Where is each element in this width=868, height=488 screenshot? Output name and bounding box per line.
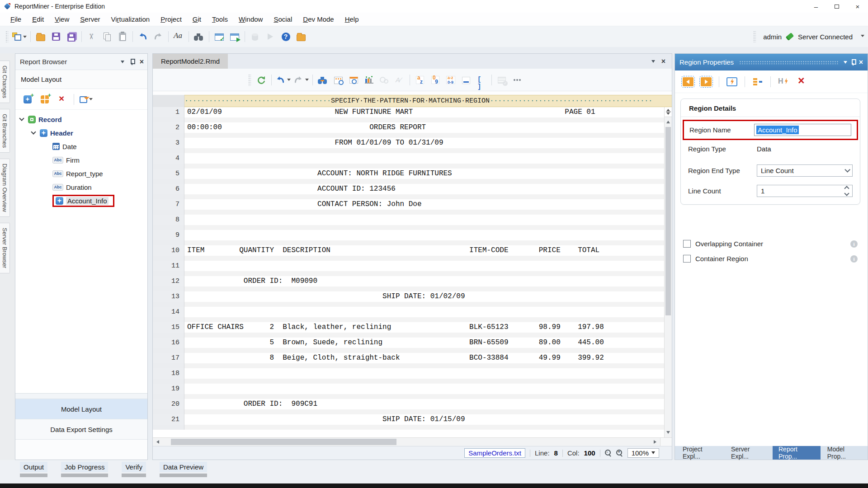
report-line-row[interactable]: 21 SHIP DATE: 01/15/09 [153,414,672,430]
scroll-up-button[interactable] [665,117,672,125]
toolbar-drag-handle[interactable] [5,31,8,42]
refresh-button[interactable] [254,72,269,88]
menu-social[interactable]: Social [269,14,297,25]
dropdown-caret-icon[interactable] [305,79,309,83]
tree-item-account_info[interactable]: Account_Info [15,194,147,207]
prev-region-button[interactable] [680,74,696,89]
tree-item-date[interactable]: Date [15,140,147,153]
redo-button[interactable] [151,29,166,44]
expand-chevron-icon[interactable] [19,116,24,121]
maximize-button[interactable] [826,0,847,13]
del-region-button[interactable] [794,74,809,89]
menu-tools[interactable]: Tools [207,14,233,25]
report-line-row[interactable]: 102/01/09 NEW FURTINURE MART PAGE 01 [153,107,672,122]
vertical-scroll-track[interactable] [665,125,672,429]
panel-menu-icon[interactable] [121,61,124,65]
report-line-row[interactable]: 7 CONTACT PERSON: John Doe [153,199,672,215]
gear-doc-button[interactable] [330,72,346,88]
menu-git[interactable]: Git [188,14,206,25]
horizontal-scroll-thumb[interactable] [171,439,397,445]
h-lightning-button[interactable] [776,74,791,89]
add-region-button[interactable] [20,92,35,107]
report-line-row[interactable]: 16 5 Brown, Suede, reclining BRN-65509 8… [153,338,672,353]
redo-button[interactable] [292,72,310,88]
scroll-down-button[interactable] [665,429,672,437]
export-button[interactable] [78,92,94,107]
zoom-level-select[interactable]: 100% [627,448,659,458]
dock-tab-project-expl-[interactable]: Project Expl... [677,446,724,460]
dropdown-caret-icon[interactable] [89,98,93,102]
report-line-row[interactable]: 9 [153,230,672,245]
tree-item-record[interactable]: Record [15,113,147,126]
side-tab-diagram-overview[interactable]: Diagram Overview [0,159,10,217]
dock-tab-model-prop-[interactable]: Model Prop... [821,446,868,460]
tree-item-duration[interactable]: Duration [15,180,147,194]
menu-file[interactable]: File [5,14,26,25]
menu-edit[interactable]: Edit [27,14,49,25]
bottom-tab-output[interactable]: Output [20,462,47,477]
line-count-input[interactable]: 1 [757,185,853,197]
win-run-button[interactable] [227,29,242,44]
checkbox-unchecked[interactable] [683,255,691,263]
source-file-badge[interactable]: SampleOrders.txt [464,448,525,458]
split-view-handle[interactable] [665,107,672,117]
report-line-row[interactable]: 14 [153,307,672,322]
report-line-row[interactable]: 17 8 Beige, Cloth, straight-back BCO-338… [153,353,672,368]
find-blue-button[interactable] [315,72,330,88]
undo-button[interactable] [135,29,151,44]
editor-toolbar-handle[interactable] [248,74,251,86]
report-text-view[interactable]: 102/01/09 NEW FURTINURE MART PAGE 01200:… [153,107,672,437]
menu-view[interactable]: View [50,14,74,25]
win-check-button[interactable] [212,29,227,44]
bottom-tab-verify[interactable]: Verify [122,462,146,477]
scroll-right-button[interactable] [652,438,660,446]
pattern-ruler[interactable]: ····································SPEC… [184,95,672,107]
brackets-button[interactable] [474,72,489,88]
report-line-row[interactable]: 20 ORDER ID: 909C91 [153,399,672,414]
az-button[interactable] [412,72,428,88]
spin-down-icon[interactable] [844,191,849,196]
report-line-row[interactable]: 4 [153,153,672,169]
horizontal-scroll-track[interactable] [161,438,652,446]
expand-chevron-icon[interactable] [31,129,36,134]
report-line-row[interactable]: 8 [153,215,672,230]
info-icon[interactable] [850,255,858,263]
info-icon[interactable] [850,240,858,248]
dropdown-caret-icon[interactable] [23,36,27,40]
save-button[interactable] [48,29,64,44]
tree-item-firm[interactable]: Firm [15,153,147,167]
document-close-icon[interactable]: × [661,59,665,64]
o9-button[interactable] [428,72,443,88]
bottom-tab-data-preview[interactable]: Data Preview [160,462,207,477]
report-line-row[interactable]: 13 SHIP DATE: 01/02/09 [153,291,672,307]
report-line-row[interactable]: 18 [153,368,672,384]
checkbox-unchecked[interactable] [683,240,691,248]
report-line-row[interactable]: 10ITEM QUANTITY DESCRIPTION ITEM-CODE PR… [153,245,672,261]
side-tab-git-changes[interactable]: Git Changes [0,61,10,103]
dots-button[interactable] [509,72,525,88]
del-red-button[interactable] [54,92,70,107]
panel-close-icon[interactable]: × [859,60,863,65]
bottom-tab-job-progress[interactable]: Job Progress [61,462,108,477]
pin-icon[interactable] [130,59,134,65]
region-end-type-select[interactable]: Line Count [757,164,853,177]
help-button[interactable] [278,29,293,44]
report-line-row[interactable]: 200:00:00 ORDERS REPORT [153,122,672,138]
new-model-button[interactable] [11,29,28,44]
report-line-row[interactable]: 3 FROM 01/01/09 TO 01/31/09 [153,138,672,153]
underscore-button[interactable] [458,72,474,88]
panel-close-icon[interactable]: × [140,59,144,65]
report-line-row[interactable]: 5 ACCOUNT: NORTH RIDGE FURNITURES [153,169,672,184]
horizontal-scrollbar[interactable] [153,437,672,446]
dock-tab-report-prop-[interactable]: Report Prop... [773,446,821,460]
side-tab-git-branches[interactable]: Git Branches [0,109,10,153]
copy-button[interactable] [99,29,115,44]
zoom-in-icon[interactable]: + [616,450,623,456]
find-button[interactable] [191,29,207,44]
report-line-row[interactable]: 15OFFICE CHAIRS 2 Black, leather, reclin… [153,322,672,338]
zoom-out-icon[interactable]: - [605,450,612,456]
tab-list-icon[interactable] [651,60,655,65]
report-line-row[interactable]: 19 [153,384,672,399]
minimize-button[interactable]: – [806,0,826,13]
menu-project[interactable]: Project [156,14,187,25]
